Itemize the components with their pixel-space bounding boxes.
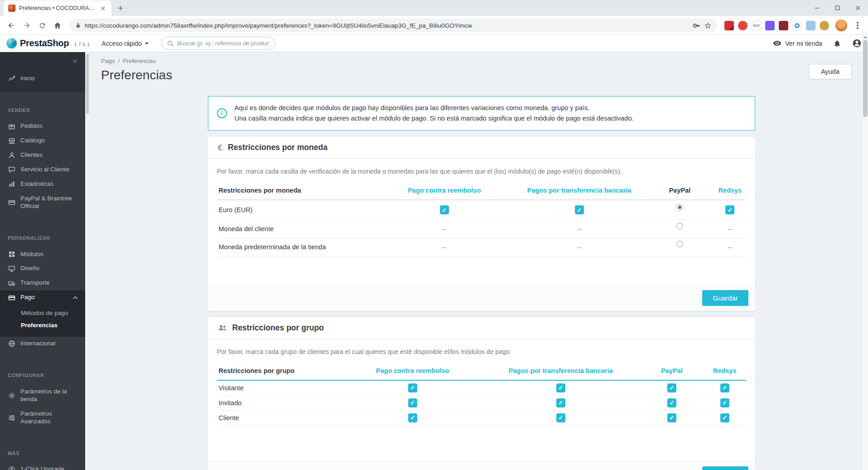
sidebar-item-label: Catálogo (20, 137, 45, 145)
row-label: Visitante (217, 380, 344, 396)
sidebar-item-pago[interactable]: Pago (0, 291, 85, 305)
wire-invitado-checkbox[interactable]: ✓ (556, 398, 565, 407)
search-input[interactable] (177, 40, 270, 47)
redsys-euro-checkbox[interactable]: ✓ (725, 205, 734, 214)
home-button[interactable] (51, 19, 64, 32)
sidebar-item-parametros-avanzados[interactable]: Parámetros Avanzados (0, 407, 85, 429)
group-card-footer: Guardar (208, 461, 755, 470)
cod-cliente-checkbox[interactable]: ✓ (408, 413, 417, 422)
cod-invitado-checkbox[interactable]: ✓ (408, 398, 417, 407)
cod-visitante-checkbox[interactable]: ✓ (408, 383, 417, 392)
upgrade-arrow-icon (8, 466, 15, 470)
wire-cliente-checkbox[interactable]: ✓ (556, 413, 565, 422)
forward-button[interactable] (20, 19, 34, 32)
sidebar-item-diseno[interactable]: Diseño (0, 262, 85, 276)
column-header-redsys-module[interactable]: Redsys (704, 363, 746, 380)
cod-euro-checkbox[interactable]: ✓ (440, 205, 449, 214)
redsys-invitado-checkbox[interactable]: ✓ (720, 398, 729, 407)
paypal-euro-radio[interactable] (676, 204, 683, 211)
back-button[interactable] (5, 19, 18, 32)
sidebar-item-catalogo[interactable]: Catálogo (0, 134, 85, 148)
sidebar-item-internacional[interactable]: Internacional (0, 337, 85, 351)
pdf-extension-icon[interactable] (724, 21, 734, 30)
quick-access-dropdown[interactable]: Acceso rápido (101, 40, 149, 47)
sidebar-item-modulos[interactable]: Módulos (0, 247, 85, 262)
blue-extension-icon[interactable] (806, 21, 815, 30)
bookmark-star-icon[interactable] (704, 22, 712, 29)
url-text: https://cocodurango.com/admin758axrffw/i… (85, 22, 689, 29)
sidebar-item-label: Módulos (20, 251, 43, 258)
tab-close-icon[interactable] (99, 4, 107, 12)
scrollbar-up-arrow[interactable] (863, 34, 867, 38)
save-button[interactable]: Guardar (702, 290, 748, 306)
reload-button[interactable] (35, 19, 49, 32)
save-button[interactable]: Guardar (702, 466, 748, 470)
wire-euro-checkbox[interactable]: ✓ (575, 205, 584, 214)
column-header-paypal-module[interactable]: PayPal (640, 363, 704, 380)
window-maximize-button[interactable] (827, 0, 848, 16)
paypal-visitante-checkbox[interactable]: ✓ (667, 383, 676, 392)
group-row-visitante: Visitante ✓ ✓ ✓ ✓ (217, 380, 746, 396)
view-shop-label: Ver mi tienda (785, 40, 822, 47)
notifications-bell-icon[interactable] (833, 39, 841, 48)
redsys-visitante-checkbox[interactable]: ✓ (720, 383, 729, 392)
sidebar-item-clientes[interactable]: Clientes (0, 148, 85, 163)
breadcrumb-separator: / (118, 58, 120, 64)
paypal-customer-radio[interactable] (676, 223, 683, 229)
people-group-icon (218, 323, 227, 332)
address-bar[interactable]: https://cocodurango.com/admin758axrffw/i… (70, 19, 717, 32)
sidebar-item-servicio-al-cliente[interactable]: Servicio al Cliente (0, 163, 85, 177)
redsys-cliente-checkbox[interactable]: ✓ (720, 413, 729, 422)
sidebar-item-paypal-braintree[interactable]: PayPal & Braintree Official (0, 191, 85, 213)
column-header-wire-module[interactable]: Pagos por transferencia bancaria (481, 363, 640, 380)
sidebar-item-1-click-upgrade[interactable]: 1-Click Upgrade (0, 462, 85, 470)
padlock-icon (75, 23, 81, 29)
currency-row-default-currency: Moneda predeterminada de la tienda ✓-- ✓… (217, 238, 746, 256)
column-header-cod-module[interactable]: Pago contra reembolso (376, 182, 513, 200)
alert-line-2: Una casilla marcada indica que quieres a… (235, 113, 634, 124)
sidebar-scrollbar-thumb[interactable] (86, 54, 89, 114)
group-card-header: Restricciones por grupo (208, 317, 755, 339)
view-shop-link[interactable]: Ver mi tienda (773, 39, 822, 48)
tan-extension-icon[interactable] (820, 21, 829, 30)
site-favicon-icon (8, 5, 15, 12)
font-extension-icon[interactable]: font (752, 21, 761, 30)
sidebar-item-pedidos[interactable]: Pedidos (0, 119, 85, 134)
sidebar-item-inicio[interactable]: Inicio (0, 71, 85, 86)
adblock-extension-icon[interactable] (738, 21, 747, 30)
browser-menu-icon[interactable] (852, 19, 863, 31)
purple-extension-icon[interactable] (765, 21, 775, 30)
sidebar-scrollbar[interactable] (85, 52, 89, 470)
password-key-icon[interactable] (693, 22, 700, 29)
admin-search[interactable] (161, 37, 275, 50)
window-close-button[interactable] (848, 0, 868, 16)
sidebar-item-transporte[interactable]: Transporte (0, 276, 85, 291)
sidebar-subitem-preferencias[interactable]: Preferencias (0, 319, 85, 331)
darkred-extension-icon[interactable] (779, 21, 788, 30)
paypal-default-radio[interactable] (676, 241, 683, 247)
wire-visitante-checkbox[interactable]: ✓ (556, 383, 565, 392)
sidebar-item-parametros-tienda[interactable]: Parámetros de la tienda (0, 384, 85, 407)
loupe-extension-icon[interactable] (792, 21, 802, 30)
breadcrumb-parent[interactable]: Pago (101, 58, 115, 64)
window-minimize-button[interactable] (807, 0, 827, 16)
page-scrollbar[interactable] (862, 32, 868, 470)
column-header-cod-module[interactable]: Pago contra reembolso (344, 363, 482, 380)
help-button[interactable]: Ayuda (809, 64, 852, 79)
euro-icon: € (218, 143, 223, 152)
column-header-wire-module[interactable]: Pagos por transferencia bancaria (513, 182, 646, 200)
page-scrollbar-thumb[interactable] (863, 40, 868, 117)
store-icon (8, 137, 15, 145)
sidebar-collapse-button[interactable]: « (0, 56, 85, 67)
paypal-invitado-checkbox[interactable]: ✓ (667, 398, 676, 407)
new-tab-button[interactable] (114, 2, 127, 15)
paypal-cliente-checkbox[interactable]: ✓ (667, 413, 676, 422)
prestashop-logo[interactable]: PrestaShop 1.7.5.1 (6, 38, 90, 48)
account-icon[interactable] (852, 39, 862, 48)
sidebar-item-estadisticas[interactable]: Estadísticas (0, 177, 85, 191)
section-label: CONFIGURAR (0, 357, 85, 384)
sidebar-subitem-metodos-de-pago[interactable]: Métodos de pago (0, 307, 85, 319)
browser-tab[interactable]: Preferencias • COCODURANGO (4, 0, 111, 16)
profile-avatar[interactable] (835, 19, 847, 31)
column-header-redsys-module[interactable]: Redsys (714, 182, 746, 200)
